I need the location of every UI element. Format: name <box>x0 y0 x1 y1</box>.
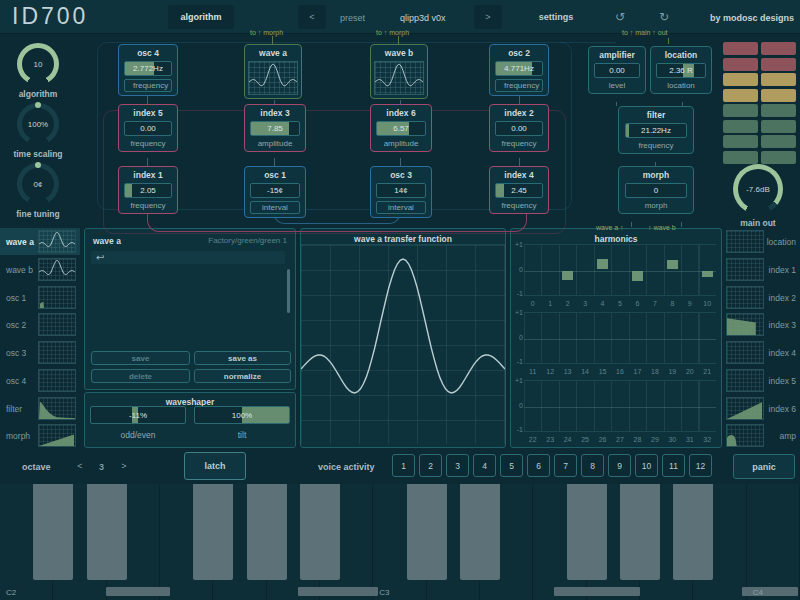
voice-button-6[interactable]: 6 <box>527 454 550 477</box>
black-key[interactable] <box>193 484 233 580</box>
redo-icon[interactable]: ↻ <box>652 5 676 29</box>
node-value-box[interactable]: 2.772Hz <box>124 61 172 76</box>
tab-index-5[interactable]: index 5 <box>720 367 800 394</box>
node-value-box[interactable]: 0.00 <box>594 63 640 78</box>
tab-osc-1[interactable]: osc 1 <box>0 284 80 311</box>
main-out-knob[interactable]: -7.6dB <box>733 164 783 214</box>
browser-back-row[interactable]: ↩ <box>91 251 285 264</box>
node-osc1[interactable]: osc 1-15¢interval <box>244 166 306 218</box>
tab-osc-3[interactable]: osc 3 <box>0 339 80 366</box>
slider-tilt[interactable]: 100% <box>194 406 290 424</box>
node-morph[interactable]: morph0morph <box>618 166 694 214</box>
node-param-label[interactable]: interval <box>250 201 300 214</box>
node-index1[interactable]: index 12.05frequency <box>118 166 178 214</box>
piano-keyboard[interactable] <box>0 484 800 600</box>
node-value-box[interactable]: -15¢ <box>250 183 300 198</box>
node-amplifier[interactable]: amplifier0.00level <box>588 46 646 94</box>
list-scrollbar[interactable] <box>287 269 290 313</box>
time-scaling-knob[interactable]: 100% <box>17 103 59 145</box>
save-as-button[interactable]: save as <box>194 351 291 365</box>
voice-button-11[interactable]: 11 <box>662 454 685 477</box>
node-index4[interactable]: index 42.45frequency <box>489 166 549 214</box>
black-key[interactable] <box>407 484 447 580</box>
node-location[interactable]: location2.36 Rlocation <box>650 46 712 94</box>
preset-name[interactable]: qlipp3d v0x <box>400 13 446 23</box>
node-index2[interactable]: index 20.00frequency <box>489 104 549 152</box>
node-osc3[interactable]: osc 314¢interval <box>370 166 432 218</box>
tab-index-6[interactable]: index 6 <box>720 395 800 422</box>
voice-button-8[interactable]: 8 <box>581 454 604 477</box>
octave-up-button[interactable]: > <box>112 454 136 477</box>
node-param-label[interactable]: frequency <box>495 79 543 92</box>
tab-osc-2[interactable]: osc 2 <box>0 311 80 338</box>
tab-algorithm[interactable]: algorithm <box>168 5 234 29</box>
node-index5[interactable]: index 50.00frequency <box>118 104 178 152</box>
harmonic-bar[interactable] <box>702 271 714 277</box>
voice-button-2[interactable]: 2 <box>419 454 442 477</box>
normalize-button[interactable]: normalize <box>194 369 291 383</box>
algorithm-knob[interactable]: 10 <box>17 43 59 85</box>
harmonics-row-chart[interactable] <box>524 312 716 364</box>
node-value-box[interactable]: 7.85 <box>250 121 300 136</box>
node-osc4[interactable]: osc 42.772Hzfrequency <box>118 44 178 96</box>
voice-button-4[interactable]: 4 <box>473 454 496 477</box>
tab-settings[interactable]: settings <box>532 5 580 29</box>
black-key[interactable] <box>567 484 607 580</box>
node-wavea[interactable]: wave a <box>244 44 302 99</box>
tab-morph[interactable]: morph <box>0 422 80 449</box>
panic-button[interactable]: panic <box>733 454 795 479</box>
node-waveb[interactable]: wave b <box>370 44 428 99</box>
voice-button-3[interactable]: 3 <box>446 454 469 477</box>
voice-button-9[interactable]: 9 <box>608 454 631 477</box>
voice-button-12[interactable]: 12 <box>689 454 712 477</box>
tab-osc-4[interactable]: osc 4 <box>0 367 80 394</box>
latch-button[interactable]: latch <box>184 452 246 480</box>
preset-next-button[interactable]: > <box>474 5 502 29</box>
harmonics-row-chart[interactable] <box>524 244 716 296</box>
save-button[interactable]: save <box>91 351 190 365</box>
node-value-box[interactable]: 0.00 <box>124 121 172 136</box>
node-value-box[interactable]: 14¢ <box>376 183 426 198</box>
voice-button-5[interactable]: 5 <box>500 454 523 477</box>
black-key[interactable] <box>460 484 500 580</box>
black-key[interactable] <box>620 484 660 580</box>
fine-tuning-knob[interactable]: 0¢ <box>17 163 59 205</box>
node-value-box[interactable]: 0 <box>625 183 688 198</box>
black-key[interactable] <box>247 484 287 580</box>
node-filter[interactable]: filter21.22Hzfrequency <box>618 106 694 154</box>
node-value-box[interactable]: 6.57 <box>376 121 426 136</box>
node-value-box[interactable]: 2.45 <box>495 183 543 198</box>
preset-prev-button[interactable]: < <box>298 5 326 29</box>
node-value-box[interactable]: 2.05 <box>124 183 172 198</box>
node-param-label[interactable]: frequency <box>124 79 172 92</box>
node-value-box[interactable]: 21.22Hz <box>625 123 688 138</box>
black-key[interactable] <box>87 484 127 580</box>
slider-odd-even[interactable]: -11% <box>90 406 186 424</box>
tab-wave-a[interactable]: wave a <box>0 228 80 255</box>
tab-wave-b[interactable]: wave b <box>0 256 80 283</box>
undo-icon[interactable]: ↺ <box>608 5 632 29</box>
node-index3[interactable]: index 37.85amplitude <box>244 104 306 152</box>
harmonic-bar[interactable] <box>667 260 679 269</box>
tab-location[interactable]: location <box>720 228 800 255</box>
node-value-box[interactable]: 0.00 <box>495 121 543 136</box>
delete-button[interactable]: delete <box>91 369 190 383</box>
tab-amp[interactable]: amp <box>720 422 800 449</box>
node-osc2[interactable]: osc 24.771Hzfrequency <box>489 44 549 96</box>
harmonic-bar[interactable] <box>597 259 609 269</box>
tab-index-4[interactable]: index 4 <box>720 339 800 366</box>
harmonic-bar[interactable] <box>632 271 644 281</box>
tab-index-1[interactable]: index 1 <box>720 256 800 283</box>
octave-down-button[interactable]: < <box>68 454 92 477</box>
harmonic-bar[interactable] <box>562 271 574 280</box>
tab-filter[interactable]: filter <box>0 395 80 422</box>
white-key[interactable] <box>747 484 800 600</box>
node-value-box[interactable]: 2.36 R <box>656 63 706 78</box>
node-value-box[interactable]: 4.771Hz <box>495 61 543 76</box>
voice-button-7[interactable]: 7 <box>554 454 577 477</box>
black-key[interactable] <box>33 484 73 580</box>
black-key[interactable] <box>300 484 340 580</box>
node-index6[interactable]: index 66.57amplitude <box>370 104 432 152</box>
voice-button-10[interactable]: 10 <box>635 454 658 477</box>
node-param-label[interactable]: interval <box>376 201 426 214</box>
